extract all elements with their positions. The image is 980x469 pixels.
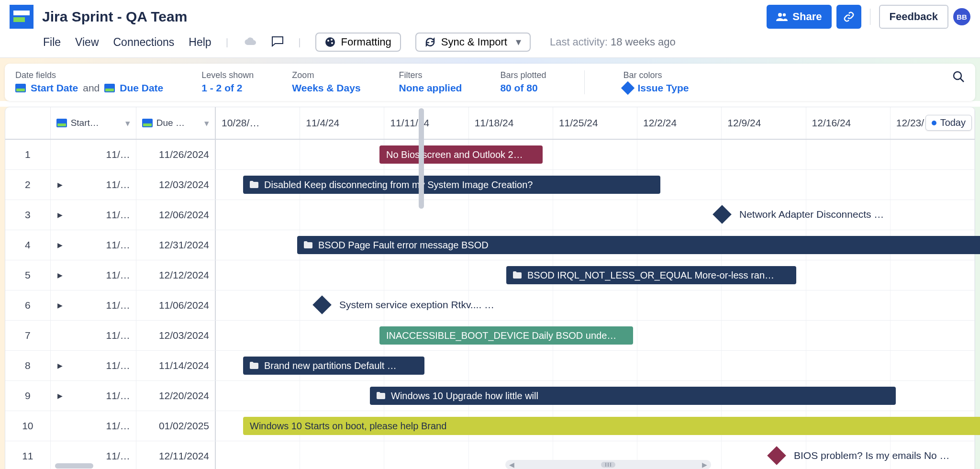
due-date-cell[interactable]: 11/14/2024 bbox=[136, 351, 215, 380]
expand-icon[interactable]: ▶ bbox=[57, 271, 63, 279]
row-number: 6 bbox=[5, 290, 51, 320]
table-row: 1011/…01/02/2025Windows 10 Starts on boo… bbox=[5, 411, 975, 441]
formatting-button[interactable]: Formatting bbox=[315, 33, 401, 52]
scrollbar-thumb[interactable] bbox=[601, 462, 615, 468]
sync-icon bbox=[425, 37, 435, 47]
due-date-header[interactable]: Due … ▾ bbox=[136, 107, 215, 139]
start-date-cell[interactable]: 11/…▶ bbox=[51, 260, 136, 290]
due-date-cell[interactable]: 11/26/2024 bbox=[136, 140, 215, 169]
start-date-cell[interactable]: 11/…▶ bbox=[51, 200, 136, 230]
start-date-cell[interactable]: 11/… bbox=[51, 411, 136, 441]
due-date-cell[interactable]: 12/20/2024 bbox=[136, 381, 215, 411]
menu-file[interactable]: File bbox=[43, 36, 61, 49]
table-row: 611/…▶11/06/2024System service exeption … bbox=[5, 290, 975, 321]
folder-icon bbox=[377, 391, 385, 402]
svg-point-2 bbox=[778, 13, 782, 17]
start-date-cell[interactable]: 11/…▶ bbox=[51, 230, 136, 260]
expand-icon[interactable]: ▶ bbox=[57, 362, 63, 369]
milestone-label: System service exeption Rtkv.... … bbox=[339, 299, 494, 311]
due-date-cell[interactable]: 12/31/2024 bbox=[136, 230, 215, 260]
timeline-date: 11/18/24 bbox=[469, 107, 553, 139]
gantt-bar[interactable]: Windows 10 Starts on boot, please help B… bbox=[243, 417, 980, 435]
app-logo[interactable] bbox=[10, 5, 33, 29]
due-date-cell[interactable]: 12/11/2024 bbox=[136, 441, 215, 469]
row-number: 4 bbox=[5, 230, 51, 260]
timeline-date: 12/2/24 bbox=[637, 107, 722, 139]
gantt-bar[interactable]: Windows 10 Upgrade how little will bbox=[370, 387, 896, 405]
sync-label: Sync & Import bbox=[441, 36, 507, 48]
menu-view[interactable]: View bbox=[75, 36, 99, 49]
due-date-cell[interactable]: 12/12/2024 bbox=[136, 260, 215, 290]
folder-icon bbox=[250, 360, 258, 371]
link-button[interactable] bbox=[836, 5, 861, 29]
svg-rect-0 bbox=[13, 11, 30, 15]
expand-icon[interactable]: ▶ bbox=[57, 241, 63, 249]
bar-label: Windows 10 Upgrade how little will bbox=[391, 391, 538, 402]
bar-label: INACCESSIBLE_BOOT_DEVICE Daily BSOD unde… bbox=[386, 330, 616, 341]
table-row: 111/…11/26/2024No Bios screen and Outloo… bbox=[5, 140, 975, 170]
gantt-bar[interactable]: Disabled Keep disconnecting from my Syst… bbox=[243, 176, 660, 194]
menu-connections[interactable]: Connections bbox=[113, 36, 175, 49]
date-fields-filter[interactable]: Date fields Start Date and Due Date bbox=[15, 70, 163, 94]
start-date-value: Start Date bbox=[31, 82, 78, 94]
bar-label: Disabled Keep disconnecting from my Syst… bbox=[264, 179, 533, 190]
left-horizontal-scrollbar[interactable] bbox=[55, 463, 93, 469]
scroll-left-icon[interactable]: ◀ bbox=[509, 461, 514, 469]
gantt-bar[interactable]: Brand new partitions Default … bbox=[243, 357, 424, 375]
cloud-icon[interactable] bbox=[243, 36, 257, 49]
row-number: 10 bbox=[5, 411, 51, 441]
due-date-cell[interactable]: 12/06/2024 bbox=[136, 200, 215, 230]
row-number: 5 bbox=[5, 260, 51, 290]
formatting-label: Formatting bbox=[341, 36, 391, 48]
timeline-date: 12/16/24 bbox=[806, 107, 891, 139]
share-button[interactable]: Share bbox=[767, 5, 831, 29]
bar-colors-filter[interactable]: Bar colors Issue Type bbox=[623, 70, 689, 94]
caret-down-icon: ▾ bbox=[516, 36, 521, 48]
start-date-cell[interactable]: 11/…▶ bbox=[51, 351, 136, 380]
filters-filter[interactable]: Filters None applied bbox=[399, 70, 462, 94]
due-date-cell[interactable]: 12/03/2024 bbox=[136, 170, 215, 200]
timeline-cell: System service exeption Rtkv.... … bbox=[216, 290, 975, 320]
start-date-cell[interactable]: 11/…▶ bbox=[51, 381, 136, 411]
start-date-header[interactable]: Start… ▾ bbox=[51, 107, 136, 139]
timeline-date: 11/25/24 bbox=[553, 107, 637, 139]
vertical-scrollbar[interactable] bbox=[419, 108, 424, 209]
timeline-cell: BSOD IRQL_NOT_LESS_OR_EQUAL More-or-less… bbox=[216, 260, 975, 290]
expand-icon[interactable]: ▶ bbox=[57, 392, 63, 400]
scroll-right-icon[interactable]: ▶ bbox=[702, 461, 707, 469]
avatar[interactable]: BB bbox=[953, 8, 970, 25]
sync-import-button[interactable]: Sync & Import ▾ bbox=[415, 33, 531, 52]
share-label: Share bbox=[792, 11, 822, 23]
zoom-filter[interactable]: Zoom Weeks & Days bbox=[292, 70, 360, 94]
date-icon bbox=[142, 119, 153, 127]
gantt-bar[interactable]: BSOD IRQL_NOT_LESS_OR_EQUAL More-or-less… bbox=[506, 266, 796, 284]
due-date-value: Due Date bbox=[120, 82, 163, 94]
menu-help[interactable]: Help bbox=[189, 36, 211, 49]
milestone-label: Network Adapter Disconnects … bbox=[739, 209, 884, 220]
gantt-bar[interactable]: BSOD Page Fault error message BSOD bbox=[297, 236, 980, 254]
last-activity: Last activity:18 weeks ago bbox=[550, 36, 676, 48]
gantt-bar[interactable]: No Bios screen and Outlook 2… bbox=[379, 145, 543, 164]
today-button[interactable]: Today bbox=[925, 115, 972, 131]
due-date-cell[interactable]: 11/06/2024 bbox=[136, 290, 215, 320]
table-row: 811/…▶11/14/2024Brand new partitions Def… bbox=[5, 351, 975, 381]
timeline-scrollbar[interactable]: ◀ ▶ bbox=[505, 460, 711, 469]
start-date-cell[interactable]: 11/… bbox=[51, 140, 136, 169]
expand-icon[interactable]: ▶ bbox=[57, 211, 63, 219]
timeline-cell: Network Adapter Disconnects … bbox=[216, 200, 975, 230]
due-date-cell[interactable]: 01/02/2025 bbox=[136, 411, 215, 441]
dot-icon bbox=[932, 121, 936, 125]
comment-icon[interactable] bbox=[271, 35, 284, 49]
feedback-button[interactable]: Feedback bbox=[879, 5, 949, 29]
start-date-cell[interactable]: 11/…▶ bbox=[51, 170, 136, 200]
start-date-cell[interactable]: 11/… bbox=[51, 321, 136, 350]
due-date-cell[interactable]: 12/03/2024 bbox=[136, 321, 215, 350]
expand-icon[interactable]: ▶ bbox=[57, 181, 63, 189]
search-button[interactable] bbox=[952, 70, 965, 85]
expand-icon[interactable]: ▶ bbox=[57, 302, 63, 309]
gantt-bar[interactable]: INACCESSIBLE_BOOT_DEVICE Daily BSOD unde… bbox=[379, 326, 633, 345]
levels-filter[interactable]: Levels shown 1 - 2 of 2 bbox=[201, 70, 254, 94]
start-date-cell[interactable]: 11/…▶ bbox=[51, 290, 136, 320]
row-number: 3 bbox=[5, 200, 51, 230]
dropdown-icon: ▾ bbox=[125, 118, 130, 129]
